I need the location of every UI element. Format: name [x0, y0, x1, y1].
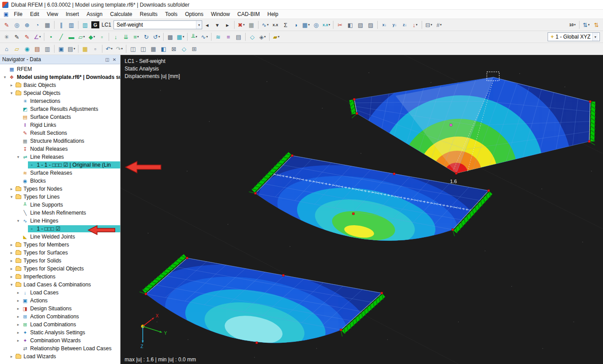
tree-item-intersections[interactable]: ✳Intersections: [0, 97, 120, 105]
result-values-icon[interactable]: x.x: [270, 20, 280, 30]
chevron-down-icon[interactable]: ▾: [15, 219, 21, 223]
isometric-view-icon[interactable]: ◇: [247, 32, 257, 42]
filter-reset-icon[interactable]: ↓▾: [410, 20, 420, 30]
window-active-icon[interactable]: ◧: [159, 44, 168, 54]
wind-simulation-icon[interactable]: ≋: [213, 32, 223, 42]
chevron-right-icon[interactable]: ▸: [8, 187, 15, 191]
tree-item-line-release-1[interactable]: ▫1 - 1 - □□□ ☑ | Original line (Lin: [0, 161, 120, 169]
tree-item-blocks[interactable]: ◉Blocks: [0, 177, 120, 185]
save-icon[interactable]: ▣: [56, 44, 66, 54]
window-close-icon[interactable]: ⊠: [169, 44, 179, 54]
chevron-right-icon[interactable]: ▸: [15, 298, 21, 303]
chevron-right-icon[interactable]: ▸: [8, 243, 15, 247]
next-load-case-button[interactable]: ▸: [223, 20, 232, 30]
zoom-previous-icon[interactable]: ◔: [32, 20, 42, 30]
values-on-surfaces-icon[interactable]: x.x▾: [321, 20, 331, 30]
user-visibility-icon[interactable]: ⊟▾: [424, 20, 434, 30]
display-properties-icon[interactable]: ◈▾: [258, 32, 267, 42]
tree-item-design-situations[interactable]: ▸◨Design Situations: [0, 305, 120, 313]
tree-item-types-for-members[interactable]: ▸Types for Members: [0, 241, 120, 249]
dlubal-cloud-icon[interactable]: ◉: [22, 44, 32, 54]
new-node-icon[interactable]: •: [46, 32, 56, 42]
tree-item-line-releases[interactable]: ▾⇌Line Releases: [0, 153, 120, 161]
tree-item-structure-modifications[interactable]: ▦Structure Modifications: [0, 137, 120, 145]
pin-panel-icon[interactable]: ◫: [104, 57, 111, 62]
tree-item-types-for-surfaces[interactable]: ▸Types for Surfaces: [0, 249, 120, 257]
redo-icon[interactable]: ↷▾: [114, 44, 124, 54]
open-model-icon[interactable]: ▱: [12, 44, 22, 54]
views-manager-icon[interactable]: ▦: [43, 20, 52, 30]
tree-item-load-cases[interactable]: ▸↓Load Cases: [0, 289, 120, 297]
menu-cad-bim[interactable]: CAD-BIM: [234, 10, 263, 18]
chevron-right-icon[interactable]: ▸: [8, 354, 15, 359]
window-menu-icon[interactable]: ▣: [4, 11, 8, 17]
chevron-right-icon[interactable]: ▸: [8, 274, 15, 279]
menu-calculate[interactable]: Calculate: [106, 10, 136, 18]
menu-tools[interactable]: Tools: [161, 10, 181, 18]
previous-load-case-button[interactable]: ◂: [202, 20, 212, 30]
chevron-right-icon[interactable]: ▸: [8, 250, 15, 255]
filter-y-icon[interactable]: y↓: [390, 20, 399, 30]
chevron-right-icon[interactable]: ▸: [15, 322, 21, 327]
building-stories-icon[interactable]: ▤: [234, 32, 243, 42]
calculate-all-icon[interactable]: ▦: [247, 20, 256, 30]
window-quad-icon[interactable]: ▦: [149, 44, 158, 54]
menu-assign[interactable]: Assign: [83, 10, 106, 18]
menu-edit[interactable]: Edit: [27, 10, 43, 18]
zoom-window-icon[interactable]: ◎: [12, 20, 22, 30]
dimension-icon[interactable]: ∠▾: [32, 32, 42, 42]
tree-item-types-for-special-objects[interactable]: ▸Types for Special Objects: [0, 265, 120, 273]
chevron-right-icon[interactable]: ▸: [15, 338, 21, 343]
menu-file[interactable]: File: [10, 10, 26, 18]
window-split-horizontal-icon[interactable]: ◫: [138, 44, 148, 54]
new-surface-icon[interactable]: ▱▾: [77, 32, 86, 42]
chevron-down-icon[interactable]: ▾: [196, 21, 202, 29]
tree-item-nodal-releases[interactable]: ↧Nodal Releases: [0, 145, 120, 153]
chevron-right-icon[interactable]: ▸: [15, 306, 21, 311]
filter-x-icon[interactable]: x↓: [380, 20, 389, 30]
full-model-view-icon[interactable]: ⊞: [189, 44, 199, 54]
tree-item-imperfections[interactable]: ▸Imperfections: [0, 273, 120, 281]
guideline-icon[interactable]: ✎: [12, 32, 22, 42]
chevron-down-icon[interactable]: ▾: [8, 282, 15, 287]
section-box-icon[interactable]: ▧: [356, 20, 365, 30]
display-factor-dropdown[interactable]: 10▾: [568, 20, 577, 30]
tree-item-load-wizards[interactable]: ▸Load Wizards: [0, 352, 120, 360]
undo-icon[interactable]: ↶▾: [104, 44, 114, 54]
levels-icon[interactable]: ≡: [223, 32, 233, 42]
tree-item-line-hinges[interactable]: ▾∿Line Hinges: [0, 217, 120, 225]
load-case-combobox[interactable]: Self-weight ▾: [114, 20, 202, 29]
smooth-contours-icon[interactable]: ◑: [291, 20, 301, 30]
viewport-3d-scene[interactable]: X Y Z 1.6: [121, 55, 603, 364]
chevron-right-icon[interactable]: ▸: [15, 330, 21, 335]
zoom-all-icon[interactable]: ⊕: [22, 20, 32, 30]
tree-item-special-objects[interactable]: ▾Special Objects: [0, 89, 120, 97]
clipboard-icon[interactable]: ▤: [32, 44, 42, 54]
numbering-icon[interactable]: #▾: [434, 20, 444, 30]
chevron-down-icon[interactable]: ▾: [8, 195, 15, 199]
chevron-right-icon[interactable]: ▸: [8, 83, 15, 87]
results-table-icon[interactable]: ▥: [80, 20, 90, 30]
tree-item-types-for-lines[interactable]: ▾Types for Lines: [0, 193, 120, 201]
select-objects-icon[interactable]: ▰▾: [271, 32, 281, 42]
edit-selected-objects-icon[interactable]: ✎: [2, 20, 12, 30]
tree-item-static-analysis-settings[interactable]: ▸✦Static Analysis Settings: [0, 329, 120, 337]
renumber-icon[interactable]: ⇅▾: [581, 20, 591, 30]
tree-item-load-cases-combinations[interactable]: ▾Load Cases & Combinations: [0, 281, 120, 289]
tree-item-types-for-solids[interactable]: ▸Types for Solids: [0, 257, 120, 265]
coordinate-system-combobox[interactable]: + 1 - Global XYZ ▾: [548, 32, 600, 41]
tree-item-rigid-links[interactable]: ‖Rigid Links: [0, 121, 120, 129]
line-hinge-icon[interactable]: ∿▾: [200, 32, 209, 42]
printout-report-icon[interactable]: ▥: [43, 44, 52, 54]
chevron-right-icon[interactable]: ▸: [8, 258, 15, 263]
navigator-home-icon[interactable]: ⌂: [2, 44, 12, 54]
menu-view[interactable]: View: [43, 10, 62, 18]
chevron-right-icon[interactable]: ▸: [8, 266, 15, 271]
chevron-right-icon[interactable]: ▸: [15, 314, 21, 319]
comment-icon[interactable]: ▫: [90, 44, 100, 54]
block-library-icon[interactable]: ▦: [80, 44, 90, 54]
sort-icon[interactable]: ⇅: [591, 20, 601, 30]
chevron-down-icon[interactable]: ▾: [15, 155, 21, 159]
new-solid-icon[interactable]: ◆▾: [87, 32, 97, 42]
print-icon[interactable]: ▤▾: [67, 44, 76, 54]
